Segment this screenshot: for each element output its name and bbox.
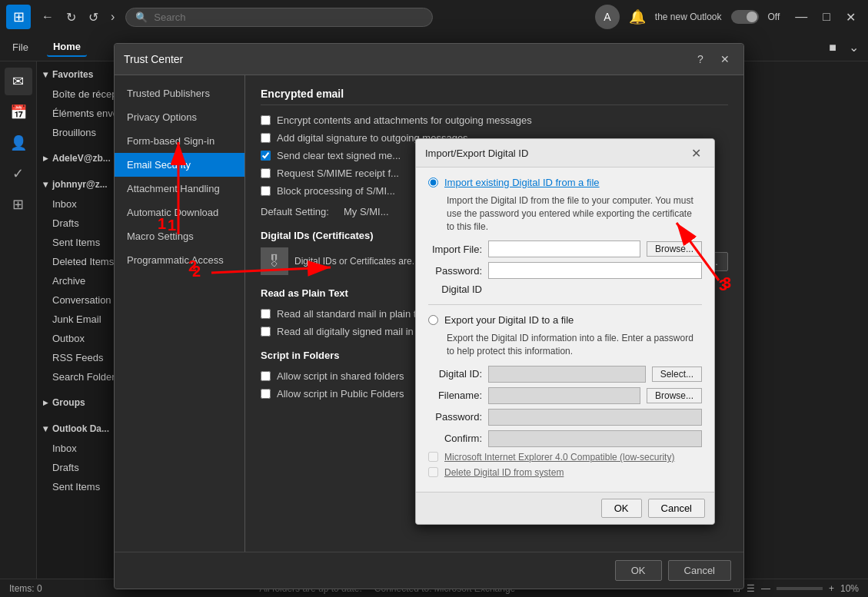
annotation-3: 3 bbox=[719, 277, 727, 294]
sidebar-icon-people[interactable]: 👤 bbox=[5, 129, 32, 157]
export-confirm-input bbox=[488, 430, 702, 447]
search-icon: 🔍 bbox=[135, 12, 148, 23]
import-export-titlebar: Import/Export Digital ID ✕ bbox=[416, 139, 714, 167]
export-digital-id-row: Digital ID: Select... bbox=[428, 366, 702, 383]
encrypt-checkbox-row: Encrypt contents and attachments for out… bbox=[261, 114, 728, 126]
request-smime-label: Request S/MIME receipt f... bbox=[277, 167, 399, 179]
tc-nav-form-signin[interactable]: Form-based Sign-in bbox=[115, 129, 244, 153]
nav-buttons: ← ↻ ↺ › bbox=[37, 7, 119, 28]
default-setting-label: Default Setting: bbox=[261, 206, 338, 217]
script-public-checkbox[interactable] bbox=[261, 389, 271, 399]
layout-icon-2[interactable]: ☰ bbox=[747, 583, 755, 594]
search-input[interactable] bbox=[154, 12, 423, 23]
export-filename-input bbox=[488, 387, 640, 404]
import-export-ok-button[interactable]: OK bbox=[601, 499, 642, 518]
import-export-body: Import existing Digital ID from a file I… bbox=[416, 167, 714, 492]
delete-id-checkbox bbox=[428, 467, 438, 477]
ribbon-right: ■ ⌄ bbox=[826, 37, 862, 58]
export-radio-label: Export your Digital ID to a file bbox=[444, 314, 574, 326]
outlook-da-label: Outlook Da... bbox=[52, 423, 109, 434]
zoom-in-button[interactable]: + bbox=[829, 583, 834, 594]
ribbon-more-button[interactable]: ■ bbox=[826, 38, 840, 58]
tc-nav-auto-download[interactable]: Automatic Download bbox=[115, 201, 244, 224]
password-input[interactable] bbox=[488, 262, 702, 279]
browse-button-2[interactable]: Browse... bbox=[647, 388, 702, 403]
export-radio-row: Export your Digital ID to a file bbox=[428, 314, 702, 326]
export-password-input bbox=[488, 409, 702, 426]
nav-redo-button[interactable]: ↺ bbox=[84, 7, 103, 28]
sidebar-icon-apps[interactable]: ⊞ bbox=[5, 191, 32, 218]
search-bar[interactable]: 🔍 bbox=[125, 8, 433, 27]
import-export-dialog: Import/Export Digital ID ✕ Import existi… bbox=[415, 138, 715, 525]
encrypt-checkbox[interactable] bbox=[261, 115, 271, 125]
read-plain-label-1: Read all standard mail in plain text bbox=[277, 308, 430, 320]
export-digital-id-label: Digital ID: bbox=[428, 368, 482, 380]
avatar[interactable]: A bbox=[595, 5, 620, 29]
app-logo: ⊞ bbox=[6, 5, 31, 29]
import-file-row: Import File: Browse... bbox=[428, 240, 702, 257]
tab-file[interactable]: File bbox=[6, 38, 35, 56]
select-button[interactable]: Select... bbox=[652, 366, 702, 382]
import-radio[interactable] bbox=[428, 177, 438, 187]
topbar: ⊞ ← ↻ ↺ › 🔍 A 🔔 the new Outlook Off — □ … bbox=[0, 0, 868, 34]
minimize-button[interactable]: — bbox=[789, 8, 813, 26]
import-desc: Import the Digital ID from the file to y… bbox=[447, 194, 702, 233]
johnnyr-label: johnnyr@z... bbox=[52, 179, 108, 190]
nav-back-button[interactable]: ← bbox=[37, 7, 58, 28]
trust-center-close-button[interactable]: ✕ bbox=[716, 50, 734, 68]
send-clear-label: Send clear text signed me... bbox=[277, 150, 401, 161]
sidebar-icons: ✉ 📅 👤 ✓ ⊞ bbox=[0, 61, 37, 597]
trust-center-cancel-button[interactable]: Cancel bbox=[668, 560, 731, 581]
trust-center-help-button[interactable]: ? bbox=[691, 50, 710, 68]
import-export-cancel-button[interactable]: Cancel bbox=[648, 499, 705, 518]
tc-nav-programmatic[interactable]: Programmatic Access bbox=[115, 248, 244, 272]
script-shared-checkbox[interactable] bbox=[261, 371, 271, 381]
import-export-close-button[interactable]: ✕ bbox=[687, 144, 705, 162]
topbar-right: A 🔔 the new Outlook Off — □ ✕ bbox=[595, 5, 862, 29]
export-digital-id-input bbox=[488, 366, 646, 383]
block-smime-checkbox[interactable] bbox=[261, 186, 271, 196]
tc-nav-trusted-publishers[interactable]: Trusted Publishers bbox=[115, 81, 244, 105]
tc-nav-email-security[interactable]: Email Security bbox=[115, 153, 244, 177]
import-file-input[interactable] bbox=[488, 240, 640, 257]
encrypted-email-title: Encrypted email bbox=[261, 88, 728, 105]
read-plain-checkbox-2[interactable] bbox=[261, 327, 271, 337]
export-confirm-label: Confirm: bbox=[428, 433, 482, 444]
annotation-2: 2 bbox=[188, 257, 197, 275]
tab-home[interactable]: Home bbox=[47, 38, 87, 57]
send-clear-checkbox[interactable] bbox=[261, 151, 271, 161]
browse-button-1[interactable]: Browse... bbox=[647, 241, 702, 257]
zoom-bar bbox=[777, 587, 823, 590]
trust-center-footer: OK Cancel bbox=[115, 552, 743, 589]
chevron-down-icon: ▾ bbox=[43, 69, 48, 80]
sidebar-icon-mail[interactable]: ✉ bbox=[5, 68, 32, 95]
maximize-button[interactable]: □ bbox=[816, 8, 836, 26]
window-controls: — □ ✕ bbox=[789, 8, 862, 26]
tc-nav-attachment[interactable]: Attachment Handling bbox=[115, 177, 244, 201]
request-smime-checkbox[interactable] bbox=[261, 168, 271, 178]
add-sig-checkbox[interactable] bbox=[261, 133, 271, 143]
trust-center-titlebar: Trust Center ? ✕ bbox=[115, 44, 743, 75]
trust-center-ok-button[interactable]: OK bbox=[615, 560, 662, 581]
close-button[interactable]: ✕ bbox=[840, 8, 862, 26]
import-radio-label: Import existing Digital ID from a file bbox=[444, 177, 600, 188]
nav-forward-button[interactable]: › bbox=[106, 7, 119, 28]
export-radio[interactable] bbox=[428, 315, 438, 325]
ie-divider bbox=[428, 304, 702, 305]
toggle-state: Off bbox=[768, 12, 780, 22]
sidebar-icon-tasks[interactable]: ✓ bbox=[5, 160, 32, 187]
outlook-toggle[interactable] bbox=[731, 10, 759, 24]
sidebar-icon-calendar[interactable]: 📅 bbox=[5, 98, 32, 126]
password-row: Password: bbox=[428, 262, 702, 279]
tc-nav-macro[interactable]: Macro Settings bbox=[115, 224, 244, 248]
read-plain-checkbox-1[interactable] bbox=[261, 309, 271, 319]
block-smime-label: Block processing of S/MI... bbox=[277, 185, 395, 197]
statusbar-right: ⊞ ☰ — + 10% bbox=[733, 583, 859, 594]
ribbon-expand-button[interactable]: ⌄ bbox=[846, 37, 862, 58]
zoom-out-button[interactable]: — bbox=[761, 583, 770, 594]
tc-nav-privacy-options[interactable]: Privacy Options bbox=[115, 105, 244, 129]
nav-undo-button[interactable]: ↻ bbox=[62, 7, 81, 28]
adelev-label: AdeleV@zb... bbox=[52, 153, 111, 164]
bell-icon[interactable]: 🔔 bbox=[629, 8, 646, 25]
import-export-title: Import/Export Digital ID bbox=[425, 148, 528, 159]
